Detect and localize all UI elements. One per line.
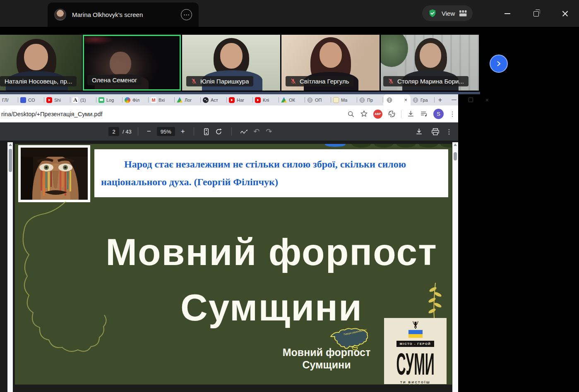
shield-check-icon — [428, 9, 437, 18]
zoom-level[interactable]: 95% — [157, 127, 175, 136]
browser-tab[interactable]: Наг — [227, 94, 253, 105]
browser-tab[interactable]: Log — [96, 94, 123, 105]
active-browser-tab[interactable]: × — [383, 94, 411, 105]
slide-decoration — [325, 144, 346, 147]
logo-badge: МІСТО - ГЕРОЙ — [396, 341, 434, 347]
browser-tab[interactable]: Пр — [357, 94, 383, 105]
map-caption-line1: Мовний форпост — [263, 347, 390, 358]
quote-line: національного духа. (Георгій Філіпчук) — [101, 173, 442, 191]
presenter-avatar — [54, 9, 66, 21]
participant-name: Олена Семеног — [92, 76, 137, 84]
next-participants-button[interactable] — [490, 55, 508, 73]
media-playlist-icon[interactable] — [420, 110, 428, 118]
browser-restore-button[interactable] — [462, 94, 479, 105]
browser-tab[interactable]: CO — [18, 94, 44, 105]
youtube-favicon — [46, 97, 52, 103]
view-control[interactable]: View — [422, 5, 473, 21]
shared-screen-title: Marina Olkhovyk's screen — [72, 11, 143, 18]
pdf-viewport: Народ стає незалежним не стільки силою з… — [0, 141, 458, 392]
fit-to-page-button[interactable] — [200, 125, 213, 138]
annotate-pen-icon[interactable] — [238, 125, 250, 138]
logo-city-name: СУМИ — [396, 349, 434, 379]
browser-menu-icon[interactable]: ⋮ — [449, 111, 456, 117]
participant-video[interactable]: Юлія Паришкура — [182, 35, 280, 91]
participant-figure — [320, 42, 342, 68]
participant-name-chip: Юлія Паришкура — [186, 76, 253, 86]
sumy-logo-card: МІСТО - ГЕРОЙ СУМИ ТИ ВИСТОЇШ — [384, 318, 447, 384]
drive-favicon — [177, 97, 183, 103]
participant-figure — [110, 52, 131, 76]
mic-off-icon — [388, 78, 394, 84]
slide-painting-image — [18, 145, 90, 202]
pdf-scrollbar[interactable] — [452, 142, 458, 392]
zoom-in-button[interactable]: + — [178, 127, 187, 136]
browser-tab[interactable]: Гра — [411, 94, 435, 105]
tab-close-icon[interactable]: × — [404, 97, 407, 103]
participant-video[interactable]: Наталія Носовець, пр... — [0, 35, 82, 91]
mic-off-icon — [191, 78, 197, 84]
letter-a-favicon — [72, 97, 78, 103]
participant-video[interactable]: Світлана Гергуль — [281, 35, 380, 91]
globe-favicon — [387, 97, 392, 103]
participant-figure — [420, 43, 441, 68]
close-button[interactable] — [559, 7, 571, 20]
logo-slogan: ТИ ВИСТОЇШ — [400, 380, 430, 384]
minimize-button[interactable] — [501, 7, 514, 20]
redo-icon[interactable]: ↷ — [263, 125, 275, 138]
page-count-label: / 43 — [123, 129, 132, 135]
browser-tab[interactable]: Shi — [44, 94, 70, 105]
browser-minimize-button[interactable] — [446, 94, 462, 105]
adblock-extension-icon[interactable]: ABP — [373, 110, 382, 119]
zoom-page-icon[interactable] — [347, 110, 355, 118]
download-pdf-icon[interactable] — [413, 125, 425, 138]
rotate-button[interactable] — [213, 125, 225, 138]
page-number-input[interactable]: 2 — [108, 127, 119, 136]
app-favicon — [20, 97, 26, 103]
view-label: View — [442, 10, 455, 17]
browser-tab[interactable]: ОП — [305, 94, 331, 105]
more-options-icon[interactable]: ⋯ — [181, 9, 192, 20]
shared-screen-tab[interactable]: Marina Olkhovyk's screen ⋯ — [48, 2, 199, 27]
print-icon[interactable] — [429, 125, 442, 138]
drive-favicon — [281, 97, 287, 103]
app-favicon — [99, 97, 104, 103]
bookmark-star-icon[interactable] — [360, 110, 368, 118]
url-field[interactable]: rina/Desktop/+Презентація_Суми.pdf — [1, 105, 102, 122]
browser-tab[interactable]: ГЛ/ — [0, 94, 18, 105]
extensions-puzzle-icon[interactable] — [388, 110, 396, 118]
browser-tab[interactable]: Вхі — [149, 94, 175, 105]
youtube-favicon — [229, 97, 235, 103]
restore-button[interactable] — [530, 7, 542, 20]
gmail-favicon — [151, 97, 156, 103]
slide-quote-box: Народ стає незалежним не стільки силою з… — [94, 149, 448, 197]
quote-line: Народ стає незалежним не стільки силою з… — [101, 155, 442, 173]
participant-figure — [220, 43, 243, 69]
gallery-layout-icon — [459, 10, 467, 17]
browser-tab[interactable]: Філ — [123, 94, 149, 105]
browser-tab[interactable]: ОК — [279, 94, 305, 105]
pdf-toolbar: 2 / 43 − 95% + ↶ ↷ ⋮ — [0, 122, 458, 141]
participant-video[interactable]: Олена Семеног — [83, 35, 181, 91]
trident-icon — [412, 321, 419, 329]
undo-icon[interactable]: ↶ — [250, 125, 263, 138]
zoom-out-button[interactable]: − — [144, 127, 154, 136]
app-favicon — [125, 97, 130, 103]
downloads-icon[interactable] — [407, 110, 415, 118]
left-scrollbar[interactable] — [7, 142, 13, 392]
pdf-menu-icon[interactable]: ⋮ — [446, 128, 452, 136]
browser-close-button[interactable]: × — [479, 94, 495, 105]
browser-tab[interactable]: Ма — [331, 94, 357, 105]
participant-figure — [24, 44, 48, 70]
participant-video[interactable]: Столяр Марина Бори... — [381, 35, 479, 91]
youtube-favicon — [255, 97, 261, 103]
new-tab-button[interactable]: + — [435, 94, 446, 105]
browser-tab[interactable]: (1) — [70, 94, 96, 105]
profile-avatar[interactable]: S — [433, 109, 444, 119]
slide-title-line1: Мовний форпост — [85, 233, 452, 271]
browser-tab[interactable]: Клі — [253, 94, 279, 105]
chrome-window: ГЛ/ CO Shi (1) Log Філ Вхі Лог Аст Наг К… — [0, 94, 458, 392]
browser-tab[interactable]: Аст — [201, 94, 227, 105]
browser-tab[interactable]: Лог — [175, 94, 201, 105]
map-caption-line2: Сумщини — [263, 360, 390, 370]
browser-tab-strip: ГЛ/ CO Shi (1) Log Філ Вхі Лог Аст Наг К… — [0, 94, 458, 105]
